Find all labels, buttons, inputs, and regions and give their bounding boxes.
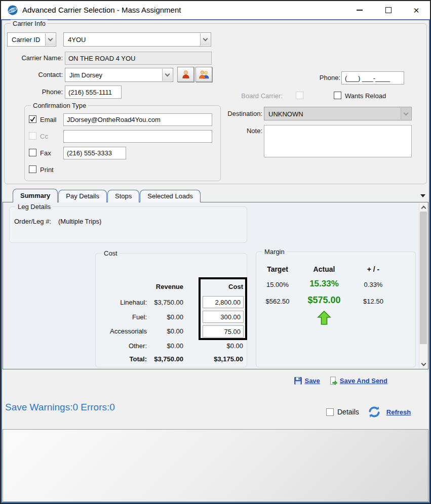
scroll-down-button[interactable] [419, 360, 427, 368]
margin-group-label: Margin [262, 248, 287, 256]
margin-target-dollars: $562.50 [256, 298, 299, 305]
total-revenue: $3,750.00 [133, 355, 183, 363]
chevron-down-icon [401, 108, 411, 119]
carrier-id-select[interactable]: 4YOU [63, 32, 211, 47]
vertical-scrollbar[interactable] [419, 203, 427, 368]
wants-reload-checkbox[interactable] [334, 92, 341, 99]
order-leg-label: Order/Leg #: [14, 218, 51, 225]
board-carrier-checkbox [296, 92, 303, 99]
save-and-send-link-item[interactable]: Save And Send [329, 376, 387, 385]
linehaul-revenue: $3,750.00 [133, 299, 183, 306]
minimize-icon [357, 10, 363, 11]
save-actions: Save Save And Send [294, 376, 387, 385]
chevron-down-icon [421, 361, 426, 366]
dialog-body: Carrier Info Carrier ID 4YOU Carrier Nam… [1, 19, 430, 503]
fuel-cost-input[interactable] [203, 311, 244, 323]
contact-label: Contact: [20, 71, 63, 78]
fax-checkbox[interactable] [29, 149, 36, 156]
margin-actual-header: Actual [299, 265, 349, 273]
tab-overflow-icon[interactable] [420, 194, 425, 197]
tab-strip: Summary Pay Details Stops Selected Loads [13, 189, 201, 202]
carrier-id-type-select[interactable]: Carrier ID [7, 32, 56, 47]
contact-select[interactable]: Jim Dorsey [65, 68, 173, 82]
tab-label: Summary [20, 192, 50, 199]
window-title: Advanced Carrier Selection - Mass Assign… [22, 6, 181, 14]
tab-pay-details[interactable]: Pay Details [58, 190, 107, 202]
save-icon [294, 376, 302, 385]
save-output-panel [3, 429, 428, 502]
save-link-item[interactable]: Save [294, 376, 320, 385]
margin-target-header: Target [256, 265, 299, 273]
margin-plusminus-percent: 0.33% [353, 281, 394, 288]
cc-checkbox [29, 132, 36, 140]
chevron-down-icon[interactable] [45, 33, 55, 46]
details-checkbox[interactable] [326, 408, 334, 416]
linehaul-cost-input[interactable] [203, 296, 244, 308]
cc-label: Cc [40, 133, 48, 140]
cost-group-label: Cost [102, 249, 120, 257]
fuel-revenue: $0.00 [133, 313, 183, 321]
total-cost: $3,175.00 [192, 355, 243, 363]
phone-label: Phone: [32, 88, 63, 96]
cc-input[interactable] [63, 130, 212, 143]
accessorials-revenue: $0.00 [133, 327, 183, 335]
other-revenue: $0.00 [133, 342, 183, 350]
contact-value: Jim Dorsey [69, 71, 102, 79]
carrier-info-group-label: Carrier Info [11, 20, 48, 27]
close-icon: ✕ [413, 7, 420, 14]
details-label: Details [337, 408, 359, 416]
save-and-send-button[interactable]: Save And Send [340, 377, 387, 385]
email-checkbox[interactable] [29, 115, 36, 123]
tab-label: Stops [115, 192, 132, 200]
chevron-down-icon[interactable] [162, 69, 172, 81]
carrier-id-value: 4YOU [68, 36, 86, 44]
print-checkbox[interactable] [29, 165, 36, 173]
save-button[interactable]: Save [304, 377, 320, 385]
phone-input[interactable] [65, 86, 122, 99]
accessorials-cost-input[interactable] [203, 325, 244, 338]
details-refresh-row: Details Refresh [326, 404, 411, 419]
tab-selected-loads[interactable]: Selected Loads [140, 190, 201, 202]
margin-up-arrow-icon [317, 310, 332, 325]
person-icon [181, 69, 191, 79]
chevron-up-icon [421, 205, 426, 211]
carrier-name-label: Carrier Name: [10, 54, 63, 62]
minimize-button[interactable] [349, 1, 370, 19]
other-cost: $0.00 [192, 342, 243, 350]
check-icon [29, 116, 36, 122]
margin-plusminus-header: + / - [353, 265, 394, 273]
destination-select: UNKNOWN [264, 107, 412, 120]
chevron-down-icon[interactable] [200, 33, 210, 46]
tab-stops[interactable]: Stops [107, 190, 139, 202]
maximize-button[interactable] [378, 1, 399, 19]
margin-plusminus-dollars: $12.50 [353, 298, 394, 305]
summary-panel: Leg Details Order/Leg #: (Multiple Trips… [3, 202, 428, 369]
margin-actual-percent: 15.33% [299, 279, 349, 289]
margin-actual-dollars: $575.00 [299, 295, 349, 306]
contact-list-button[interactable] [195, 67, 212, 82]
board-carrier-label: Board Carrier: [235, 92, 283, 100]
phone2-input[interactable] [341, 71, 404, 85]
order-leg-value: (Multiple Trips) [58, 218, 101, 225]
phone2-label: Phone: [310, 74, 340, 81]
carrier-name-field [65, 52, 212, 65]
destination-label: Destination: [220, 110, 262, 117]
maximize-icon [385, 7, 391, 13]
title-bar: Advanced Carrier Selection - Mass Assign… [1, 1, 430, 19]
scrollbar-thumb[interactable] [420, 212, 427, 344]
email-input[interactable] [63, 113, 212, 126]
fax-input[interactable] [63, 147, 126, 159]
scroll-up-button[interactable] [419, 203, 427, 212]
cost-column-header: Cost [203, 283, 243, 290]
refresh-button[interactable]: Refresh [386, 408, 411, 416]
tab-summary[interactable]: Summary [13, 189, 58, 202]
margin-target-percent: 15.00% [256, 281, 299, 288]
dialog-window: Advanced Carrier Selection - Mass Assign… [0, 0, 431, 504]
note-label: Note: [227, 127, 262, 135]
refresh-icon[interactable] [366, 404, 382, 419]
tab-label: Selected Loads [147, 192, 193, 200]
note-textarea[interactable] [264, 125, 412, 157]
close-button[interactable]: ✕ [406, 1, 426, 19]
confirmation-type-group-label: Confirmation Type [31, 102, 88, 109]
view-contact-button[interactable] [177, 67, 194, 82]
